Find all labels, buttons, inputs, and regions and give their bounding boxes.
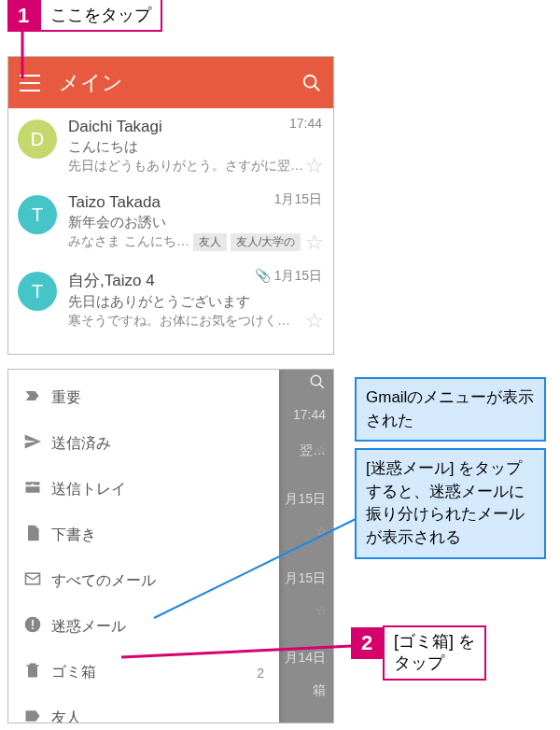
- svg-line-9: [154, 519, 356, 618]
- avatar: D: [18, 119, 57, 159]
- email-row[interactable]: TTaizo Takada新年会のお誘いみなさま こんにち…友人友人/大学の1月…: [8, 184, 333, 260]
- star-icon[interactable]: ☆: [305, 231, 324, 255]
- drawer-item-label: ゴミ箱: [51, 663, 257, 682]
- trash-icon: [23, 661, 51, 684]
- drafts-icon: [23, 524, 51, 547]
- connector-line-1: [19, 32, 28, 78]
- email-meta: 17:44: [289, 116, 322, 131]
- email-subject: 新年会のお誘い: [68, 214, 322, 232]
- drawer-item-sent[interactable]: 送信済み: [8, 421, 279, 467]
- label-chip: 友人/大学の: [231, 233, 301, 251]
- email-body: Daichi Takagiこんにちは先日はどうもありがとう。さすがに翌…: [68, 118, 322, 175]
- star-icon: ☆: [315, 442, 328, 457]
- svg-line-10: [121, 646, 352, 657]
- phone-inbox: メイン DDaichi Takagiこんにちは先日はどうもありがとう。さすがに翌…: [7, 56, 334, 355]
- app-bar: メイン: [8, 57, 333, 108]
- step-1-badge: 1: [7, 0, 39, 32]
- connector-line-2: [121, 644, 355, 663]
- bg-text: 17:44: [293, 407, 326, 422]
- drawer-item-label[interactable]: 友人: [8, 695, 279, 723]
- spam-icon: [23, 615, 51, 639]
- connector-line-spam: [154, 519, 357, 612]
- email-meta: 📎1月15日: [255, 268, 322, 285]
- svg-rect-6: [32, 627, 34, 629]
- drawer-item-label: 友人: [51, 709, 264, 723]
- drawer-item-outbox[interactable]: 送信トレイ: [8, 467, 279, 512]
- app-bar-title: メイン: [59, 69, 301, 97]
- avatar: T: [18, 195, 57, 234]
- email-list: DDaichi Takagiこんにちは先日はどうもありがとう。さすがに翌…17:…: [8, 108, 333, 339]
- bg-search-icon: [309, 373, 326, 393]
- all-icon: [23, 569, 51, 593]
- drawer-item-important[interactable]: 重要: [8, 375, 279, 421]
- svg-line-8: [319, 384, 324, 388]
- email-subject: こんにちは: [68, 138, 322, 156]
- info-box-menu-shown: Gmailのメニューが表示された: [355, 377, 546, 442]
- star-icon[interactable]: ☆: [305, 154, 324, 178]
- drawer-item-label: 重要: [51, 388, 264, 408]
- info-box-spam: [迷惑メール] をタップすると、迷惑メールに振り分けられたメールが表示される: [355, 448, 546, 559]
- svg-rect-5: [32, 620, 34, 626]
- svg-line-1: [315, 85, 320, 91]
- email-preview: 寒そうですね。お体にお気をつけく…: [68, 313, 322, 330]
- important-icon: [23, 386, 51, 410]
- search-icon[interactable]: [301, 73, 322, 93]
- outbox-icon: [23, 478, 51, 501]
- email-meta: 1月15日: [274, 191, 322, 208]
- svg-point-0: [304, 75, 316, 87]
- svg-point-7: [311, 375, 321, 386]
- email-sender: Daichi Takagi: [68, 118, 322, 136]
- drawer-item-count: 2: [257, 666, 264, 681]
- email-date: 1月15日: [274, 268, 322, 283]
- email-row[interactable]: DDaichi Takagiこんにちは先日はどうもありがとう。さすがに翌…17:…: [8, 108, 333, 184]
- email-row[interactable]: T自分,Taizo 4先日はありがとうございます寒そうですね。お体にお気をつけく…: [8, 260, 333, 339]
- step-2-badge: 2: [351, 627, 383, 659]
- drawer-item-label: 迷惑メール: [51, 617, 264, 637]
- email-preview: みなさま こんにち…友人友人/大学の: [68, 233, 322, 251]
- email-date: 17:44: [289, 116, 322, 131]
- email-preview: 先日はどうもありがとう。さすがに翌…: [68, 158, 322, 175]
- bg-text: 月15日: [285, 491, 326, 508]
- step-2-callout: [ゴミ箱] を タップ: [383, 625, 486, 681]
- label-chip: 友人: [193, 233, 227, 251]
- step-1-callout: ここをタップ: [39, 0, 162, 32]
- star-icon[interactable]: ☆: [305, 309, 324, 333]
- attachment-icon: 📎: [255, 268, 271, 283]
- label-icon: [23, 707, 51, 723]
- drawer-item-label: 送信済み: [51, 434, 264, 454]
- sent-icon: [23, 432, 51, 456]
- email-date: 1月15日: [274, 191, 322, 206]
- drawer-item-label: 送信トレイ: [51, 480, 264, 499]
- star-icon: ☆: [315, 682, 328, 697]
- avatar: T: [18, 272, 57, 311]
- email-subject: 先日はありがとうございます: [68, 293, 322, 311]
